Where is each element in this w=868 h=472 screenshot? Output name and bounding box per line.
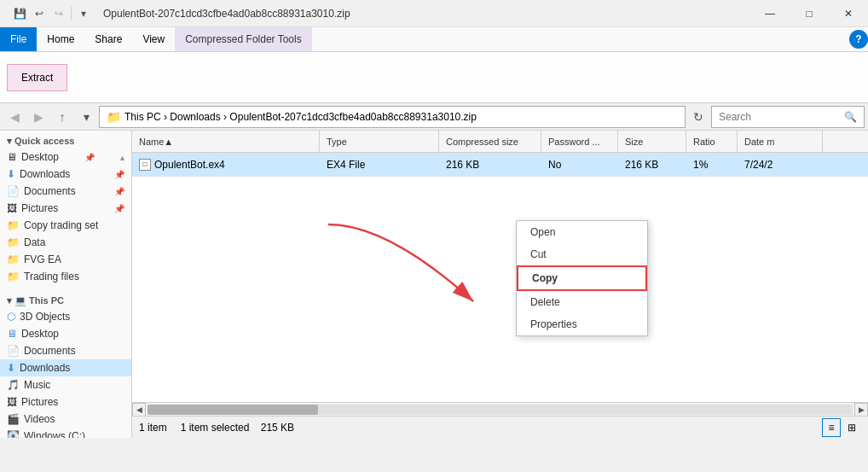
col-header-name[interactable]: Name ▲ — [132, 131, 320, 152]
tab-file[interactable]: File — [0, 27, 37, 51]
ribbon-tabs: File Home Share View Compressed Folder T… — [0, 27, 312, 51]
sidebar-item-label: Windows (C:) — [24, 430, 85, 438]
toolbar-area: 💾 ↩ ↪ ▾ — [7, 3, 96, 25]
undo-btn[interactable]: ↩ — [30, 4, 49, 23]
large-icons-btn[interactable]: ⊞ — [842, 418, 861, 437]
scroll-right-btn[interactable]: ▶ — [854, 403, 868, 417]
col-header-date[interactable]: Date m — [738, 131, 823, 152]
sidebar-item-data[interactable]: 📁 Data — [0, 234, 131, 251]
customize-btn[interactable]: ▾ — [74, 4, 93, 23]
this-pc-icon: 💻 — [14, 295, 26, 306]
ctx-cut[interactable]: Cut — [517, 243, 647, 265]
ctx-open[interactable]: Open — [517, 221, 647, 243]
sidebar-item-windows-c[interactable]: 💽 Windows (C:) — [0, 428, 131, 438]
horizontal-scrollbar[interactable]: ◀ ▶ — [132, 402, 868, 416]
table-row[interactable]: □ OpulentBot.ex4 EX4 File 216 KB No 216 … — [132, 153, 868, 177]
sidebar-item-label: Downloads — [20, 362, 70, 374]
scroll-left-btn[interactable]: ◀ — [132, 403, 146, 417]
title-controls: — □ ✕ — [750, 0, 868, 27]
tab-share[interactable]: Share — [84, 27, 132, 51]
search-input[interactable] — [719, 111, 844, 123]
col-header-compressed[interactable]: Compressed size — [439, 131, 541, 152]
music-icon: 🎵 — [7, 379, 20, 391]
sidebar-item-documents-quick[interactable]: 📄 Documents 📌 — [0, 183, 131, 200]
sidebar-item-label: Trading files — [24, 271, 79, 283]
address-bar-area: ◀ ▶ ↑ ▾ 📁 This PC › Downloads › OpulentB… — [0, 103, 868, 131]
minimize-btn[interactable]: — — [750, 0, 790, 27]
address-bar-path: This PC › Downloads › OpulentBot-207c1dc… — [124, 111, 477, 123]
folder-yellow-icon3: 📁 — [7, 253, 20, 265]
sidebar-item-fvg-ea[interactable]: 📁 FVG EA — [0, 251, 131, 268]
collapse-icon: ▴ — [120, 153, 124, 162]
scrollbar-track[interactable] — [148, 405, 853, 415]
sidebar-item-documents-pc[interactable]: 📄 Documents — [0, 342, 131, 359]
col-header-ratio[interactable]: Ratio — [686, 131, 738, 152]
scrollbar-thumb[interactable] — [148, 405, 318, 415]
sidebar-item-label: Desktop — [21, 328, 59, 340]
ctx-delete[interactable]: Delete — [517, 291, 647, 313]
sidebar-item-desktop-pc[interactable]: 🖥 Desktop — [0, 325, 131, 342]
back-btn[interactable]: ◀ — [3, 106, 26, 128]
videos-icon: 🎬 — [7, 413, 20, 425]
sidebar-item-copy-trading[interactable]: 📁 Copy trading set — [0, 217, 131, 234]
ribbon-tabs-row: File Home Share View Compressed Folder T… — [0, 27, 868, 51]
ctx-properties[interactable]: Properties — [517, 313, 647, 335]
ribbon-content: Extract — [0, 52, 868, 103]
forward-btn[interactable]: ▶ — [27, 106, 49, 128]
maximize-btn[interactable]: □ — [790, 0, 829, 27]
search-icon: 🔍 — [844, 111, 857, 123]
sort-asc-icon: ▲ — [164, 137, 173, 147]
sidebar-item-music[interactable]: 🎵 Music — [0, 376, 131, 393]
expand-icon[interactable]: ▾ — [7, 136, 12, 146]
sidebar-item-label: Copy trading set — [24, 219, 98, 231]
close-btn[interactable]: ✕ — [829, 0, 868, 27]
context-menu: Open Cut Copy Delete Properties — [516, 220, 648, 336]
pin-icon4: 📌 — [114, 204, 124, 213]
refresh-btn[interactable]: ↻ — [687, 106, 709, 128]
sidebar-item-desktop[interactable]: 🖥 Desktop 📌 ▴ — [0, 149, 131, 166]
extract-button[interactable]: Extract — [7, 64, 67, 91]
file-cell-size: 216 KB — [618, 159, 686, 171]
file-cell-ratio: 1% — [686, 159, 738, 171]
address-bar[interactable]: 📁 This PC › Downloads › OpulentBot-207c1… — [99, 106, 686, 128]
pin-icon: 📌 — [84, 153, 95, 162]
file-cell-type: EX4 File — [320, 159, 439, 171]
sidebar-item-pictures-pc[interactable]: 🖼 Pictures — [0, 393, 131, 411]
sidebar-item-label: Desktop — [21, 151, 59, 163]
redo-btn[interactable]: ↪ — [49, 4, 68, 23]
desktop2-icon: 🖥 — [7, 328, 17, 340]
sidebar-item-label: Videos — [24, 413, 55, 425]
search-box[interactable]: 🔍 — [711, 106, 865, 128]
help-btn[interactable]: ? — [849, 30, 868, 49]
file-icon: □ — [139, 159, 151, 171]
this-pc-expand-icon[interactable]: ▾ — [7, 295, 12, 306]
recent-locations-btn[interactable]: ▾ — [75, 106, 97, 128]
sidebar-item-trading-files[interactable]: 📁 Trading files — [0, 268, 131, 285]
column-headers: Name ▲ Type Compressed size Password ...… — [132, 131, 868, 153]
title-bar: 💾 ↩ ↪ ▾ OpulentBot-207c1dcd3cfbe4ad0ab8c… — [0, 0, 868, 27]
quick-save-btn[interactable]: 💾 — [10, 4, 29, 23]
file-cell-date: 7/24/2 — [738, 159, 823, 171]
sidebar-item-videos[interactable]: 🎬 Videos — [0, 411, 131, 428]
details-view-btn[interactable]: ≡ — [822, 418, 841, 437]
file-cell-password: No — [541, 159, 618, 171]
sidebar-item-label: Documents — [24, 185, 76, 197]
sidebar-item-label: Pictures — [21, 202, 58, 214]
col-header-size[interactable]: Size — [618, 131, 686, 152]
sidebar-item-downloads-quick[interactable]: ⬇ Downloads 📌 — [0, 166, 131, 183]
sidebar-item-3d-objects[interactable]: ⬡ 3D Objects — [0, 308, 131, 325]
tab-compressed-folder-tools[interactable]: Compressed Folder Tools — [175, 27, 312, 51]
ctx-copy[interactable]: Copy — [517, 265, 647, 291]
sidebar-item-downloads-pc[interactable]: ⬇ Downloads — [0, 359, 131, 376]
sidebar-item-pictures-quick[interactable]: 🖼 Pictures 📌 — [0, 200, 131, 217]
col-header-type[interactable]: Type — [320, 131, 439, 152]
tab-home[interactable]: Home — [37, 27, 84, 51]
up-btn[interactable]: ↑ — [51, 106, 73, 128]
drive-icon: 💽 — [7, 430, 20, 438]
file-cell-name: □ OpulentBot.ex4 — [132, 159, 320, 171]
item-count: 1 item — [139, 422, 167, 434]
tab-view[interactable]: View — [132, 27, 175, 51]
col-header-password[interactable]: Password ... — [541, 131, 618, 152]
3d-icon: ⬡ — [7, 311, 15, 323]
quick-access-header: ▾ Quick access — [0, 131, 131, 149]
